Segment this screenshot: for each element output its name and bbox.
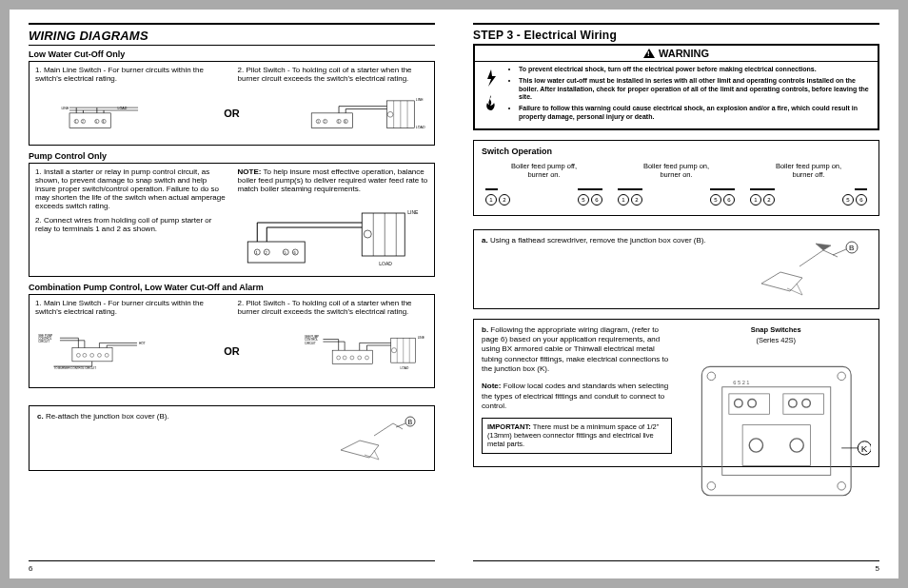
svg-text:6: 6 — [293, 250, 296, 255]
switch-state-1: Boiler feed pump off,burner on. 12 56 — [482, 162, 606, 206]
step-c-text: Re-attach the junction box cover (B). — [44, 412, 169, 421]
svg-point-62 — [105, 353, 109, 357]
shock-icon — [481, 68, 502, 88]
switch-state-2: Boiler feed pump on,burner on. 12 56 — [614, 162, 739, 206]
combo-item1: 1. Main Line Switch - For burner circuit… — [35, 299, 227, 316]
svg-text:B: B — [849, 244, 854, 252]
svg-point-116 — [734, 399, 742, 407]
snap-switch-title1: Snap Switches — [681, 325, 872, 334]
important-box: IMPORTANT: There must be a minimum space… — [482, 418, 672, 454]
svg-text:LINE: LINE — [418, 337, 425, 341]
heading-step3: STEP 3 - Electrical Wiring — [473, 29, 879, 42]
illustration-cover-reattach: B — [312, 412, 426, 464]
svg-point-58 — [76, 353, 80, 357]
svg-point-30 — [388, 111, 394, 117]
svg-point-109 — [707, 372, 716, 381]
svg-rect-78 — [333, 350, 373, 363]
svg-point-118 — [788, 399, 797, 407]
svg-rect-113 — [721, 386, 830, 475]
illustration-snap-switches: 6 5 2 1 K — [681, 346, 872, 461]
svg-text:HOT: HOT — [139, 342, 146, 345]
svg-point-82 — [358, 356, 362, 360]
svg-text:K: K — [860, 443, 867, 454]
svg-text:B: B — [408, 419, 413, 425]
diagram-combo-mainline: SEE PUMP CONTROL CIRCUIT HOT TO BURNER C… — [35, 320, 159, 382]
svg-text:LOAD: LOAD — [401, 366, 409, 370]
svg-text:6   5       2   1: 6 5 2 1 — [733, 379, 749, 384]
svg-point-122 — [749, 438, 762, 451]
svg-rect-57 — [72, 348, 112, 362]
svg-text:6: 6 — [345, 120, 346, 124]
step-a-box: a. Using a flathead screwdriver, remove … — [473, 229, 879, 309]
or-label-1: OR — [170, 108, 294, 119]
svg-point-60 — [90, 353, 94, 357]
combo-item2: 2. Pilot Switch - To holding coil of a s… — [238, 299, 429, 316]
svg-text:1: 1 — [75, 120, 77, 124]
svg-text:6: 6 — [103, 120, 105, 124]
svg-line-107 — [833, 249, 846, 255]
svg-point-119 — [801, 399, 810, 407]
subhead-lwco: Low Water Cut-Off Only — [29, 49, 435, 59]
svg-text:5: 5 — [338, 120, 340, 124]
box-step-c: c. Re-attach the junction box cover (B).… — [29, 405, 435, 471]
svg-point-50 — [364, 230, 371, 238]
svg-text:CIRCUIT: CIRCUIT — [305, 342, 316, 345]
svg-point-117 — [747, 399, 756, 407]
step-b-note: Follow local codes and standards when se… — [482, 382, 668, 410]
svg-point-123 — [790, 438, 803, 451]
pump-item1: 1. Install a starter or relay in pump co… — [35, 167, 227, 210]
svg-line-104 — [396, 423, 405, 427]
diagram-pump: 1 2 5 6 LINE LOAD — [238, 199, 429, 270]
svg-text:TO BURNER CONTROL CIRCUIT: TO BURNER CONTROL CIRCUIT — [53, 366, 96, 370]
svg-point-79 — [337, 356, 341, 360]
svg-text:2: 2 — [265, 250, 267, 255]
or-label-2: OR — [170, 345, 294, 357]
svg-text:5: 5 — [284, 250, 286, 255]
page-number-left: 6 — [29, 564, 32, 573]
svg-text:LINE: LINE — [61, 107, 69, 110]
svg-text:LOAD: LOAD — [416, 126, 425, 129]
snap-switch-title2: (Series 42S) — [681, 336, 872, 344]
svg-point-80 — [344, 356, 347, 360]
step-b-text: Following the appropriate wiring diagram… — [482, 325, 668, 374]
svg-point-112 — [837, 481, 845, 490]
step-b-box: b. Following the appropriate wiring diag… — [473, 319, 879, 467]
illustration-remove-cover: B — [728, 236, 871, 303]
svg-point-59 — [83, 353, 87, 357]
svg-point-88 — [392, 348, 397, 353]
svg-point-81 — [350, 356, 354, 360]
warn-bullet-2: This low water cut-off must be installed… — [519, 77, 869, 101]
svg-text:1: 1 — [318, 120, 320, 124]
warning-box: WARNING To prevent electrical shock, tur… — [473, 44, 879, 130]
pump-note: To help insure most effective operation,… — [238, 167, 428, 193]
svg-rect-46 — [362, 213, 405, 256]
svg-point-111 — [707, 481, 716, 490]
box-combo: 1. Main Line Switch - For burner circuit… — [29, 294, 435, 388]
warn-bullet-3: Failure to follow this warning could cau… — [519, 105, 858, 120]
box-lwco: 1. Main Line Switch - For burner circuit… — [29, 61, 435, 146]
diagram-lwco-mainline: LINE LOAD 1 2 5 6 — [35, 87, 159, 139]
svg-text:1: 1 — [255, 250, 258, 255]
switch-op-title: Switch Operation — [482, 147, 871, 156]
svg-point-61 — [97, 353, 101, 357]
switch-state-3: Boiler feed pump on,burner off. 12 56 — [746, 162, 871, 206]
svg-rect-108 — [701, 366, 851, 495]
svg-text:LINE: LINE — [416, 98, 424, 102]
subhead-pump: Pump Control Only — [29, 151, 435, 161]
svg-rect-121 — [742, 424, 810, 465]
svg-point-83 — [365, 356, 369, 360]
svg-text:CIRCUIT: CIRCUIT — [38, 340, 49, 343]
diagram-lwco-pilot: 1 2 5 6 LINE LOAD — [305, 87, 428, 139]
box-pump: 1. Install a starter or relay in pump co… — [29, 163, 435, 277]
switch-operation-box: Switch Operation Boiler feed pump off,bu… — [473, 140, 879, 216]
svg-text:LOAD: LOAD — [117, 107, 127, 110]
subhead-combo: Combination Pump Control, Low Water Cut-… — [29, 283, 435, 292]
svg-text:5: 5 — [96, 120, 98, 124]
page-number-right: 5 — [876, 564, 879, 573]
svg-point-110 — [837, 372, 845, 381]
note-label: NOTE: — [238, 167, 262, 176]
svg-text:LOAD: LOAD — [379, 261, 392, 266]
svg-text:2: 2 — [325, 120, 326, 124]
heading-wiring-diagrams: WIRING DIAGRAMS — [29, 29, 435, 43]
lwco-item1: 1. Main Line Switch - For burner circuit… — [35, 66, 227, 83]
